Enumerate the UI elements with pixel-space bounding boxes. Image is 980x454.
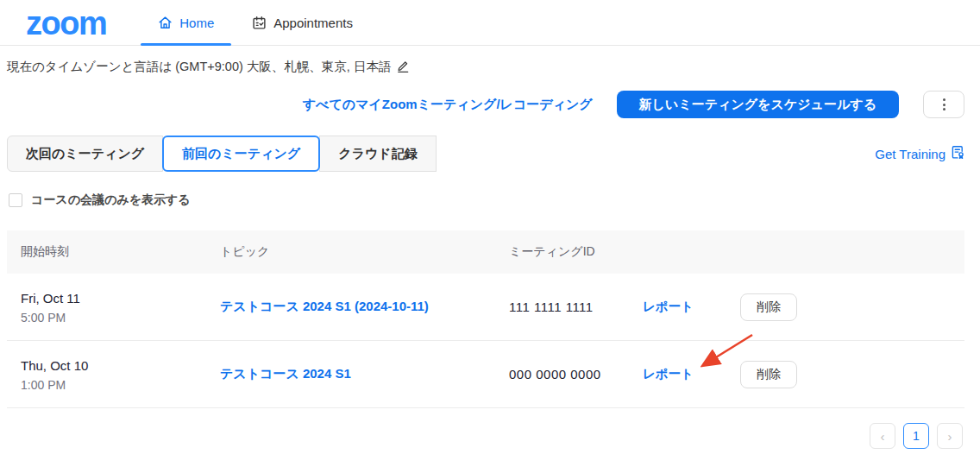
kebab-icon-dot (943, 98, 945, 101)
nav-tab-appointments-label: Appointments (273, 16, 353, 30)
nav-tab-appointments[interactable]: Appointments (233, 0, 372, 45)
zoom-logo: zoom (26, 7, 106, 40)
zoom-lms-page: zoom Home Appointments (0, 0, 980, 454)
nav-tab-home-label: Home (179, 16, 214, 30)
delete-button[interactable]: 削除 (740, 293, 797, 321)
all-zoom-meetings-recordings-link[interactable]: すべてのマイZoomミーティング/レコーディング (303, 97, 593, 113)
training-doc-icon (951, 145, 964, 162)
main-content: 現在のタイムゾーンと言語は (GMT+9:00) 大阪、札幌、東京, 日本語 す… (0, 58, 980, 449)
pagination-next-button[interactable]: › (937, 423, 963, 449)
column-header-start-time: 開始時刻 (7, 244, 220, 260)
report-link[interactable]: レポート (643, 367, 694, 381)
meeting-topic-link[interactable]: テストコース 2024 S1 (2024-10-11) (220, 299, 429, 313)
actions-row: すべてのマイZoomミーティング/レコーディング 新しいミーティングをスケジュー… (7, 91, 964, 118)
tab-previous-meetings[interactable]: 前回のミーティング (162, 136, 320, 172)
column-header-meeting-id: ミーティングID (509, 244, 643, 260)
pagination-page-1-button[interactable]: 1 (903, 423, 929, 449)
pagination: ‹ 1 › (7, 423, 964, 449)
table-header-row: 開始時刻 トピック ミーティングID (7, 230, 964, 274)
meeting-id: 000 0000 0000 (509, 367, 643, 381)
delete-button[interactable]: 削除 (740, 361, 797, 388)
meeting-time: 1:00 PM (21, 378, 220, 392)
table-row: Thu, Oct 10 1:00 PM テストコース 2024 S1 000 0… (7, 341, 964, 408)
course-filter-row: コースの会議のみを表示する (7, 192, 964, 208)
table-row: Fri, Oct 11 5:00 PM テストコース 2024 S1 (2024… (7, 274, 964, 341)
course-only-checkbox[interactable] (9, 193, 22, 207)
kebab-icon-dot (943, 104, 945, 106)
meeting-id: 111 1111 1111 (509, 300, 643, 314)
more-options-button[interactable] (923, 91, 964, 118)
meeting-date: Fri, Oct 11 (21, 289, 220, 308)
timezone-language-row: 現在のタイムゾーンと言語は (GMT+9:00) 大阪、札幌、東京, 日本語 (7, 58, 964, 75)
previous-meetings-table: 開始時刻 トピック ミーティングID Fri, Oct 11 5:00 PM テ… (7, 230, 964, 408)
meeting-date: Thu, Oct 10 (21, 356, 220, 375)
get-training-label: Get Training (875, 147, 945, 161)
tab-cloud-recordings[interactable]: クラウド記録 (319, 136, 436, 172)
nav-tab-home[interactable]: Home (139, 0, 233, 45)
timezone-language-text: 現在のタイムゾーンと言語は (GMT+9:00) 大阪、札幌、東京, 日本語 (7, 59, 391, 75)
pagination-prev-button[interactable]: ‹ (870, 423, 895, 449)
start-time-cell: Thu, Oct 10 1:00 PM (7, 356, 220, 392)
course-only-checkbox-label: コースの会議のみを表示する (31, 192, 191, 208)
tab-upcoming-meetings[interactable]: 次回のミーティング (7, 136, 163, 172)
appointments-calendar-icon (252, 16, 267, 30)
top-navigation-bar: zoom Home Appointments (0, 0, 980, 46)
meetings-tabs-row: 次回のミーティング 前回のミーティング クラウド記録 Get Training (7, 136, 964, 172)
kebab-icon-dot (943, 108, 945, 110)
schedule-new-meeting-button[interactable]: 新しいミーティングをスケジュールする (617, 91, 899, 118)
start-time-cell: Fri, Oct 11 5:00 PM (7, 289, 220, 325)
meeting-time: 5:00 PM (21, 311, 220, 325)
column-header-topic: トピック (220, 244, 509, 260)
meeting-topic-link[interactable]: テストコース 2024 S1 (220, 366, 351, 381)
home-icon (158, 16, 173, 30)
get-training-link[interactable]: Get Training (875, 145, 964, 162)
report-link[interactable]: レポート (643, 300, 694, 313)
edit-timezone-icon[interactable] (397, 58, 409, 75)
